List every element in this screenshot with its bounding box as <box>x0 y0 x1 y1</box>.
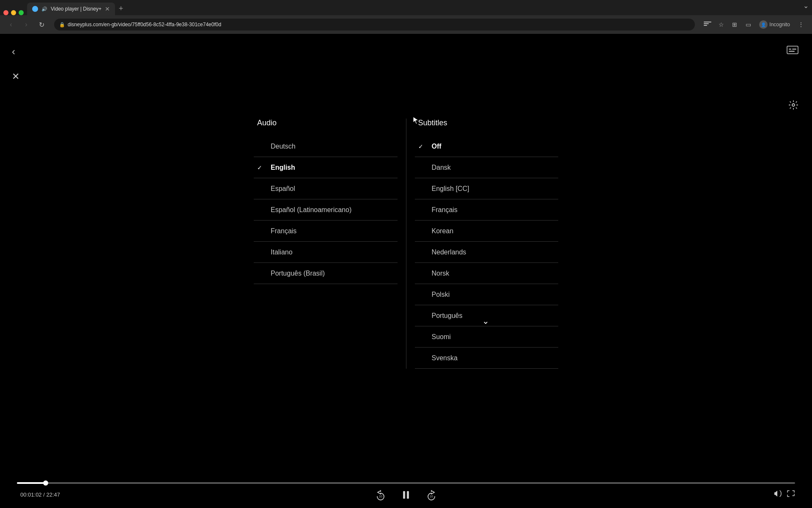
audio-item-label: Italiano <box>271 248 293 256</box>
audio-items-list: Deutsch ✓ English Español Español (Latin… <box>254 136 398 284</box>
check-icon: ✓ <box>418 143 427 150</box>
progress-fill <box>17 482 46 484</box>
close-window-button[interactable] <box>3 10 8 15</box>
svg-rect-9 <box>403 491 405 499</box>
current-time: 00:01:02 <box>20 491 42 498</box>
player-area: ‹ ✕ Audio Deutsch ✓ English <box>0 34 812 508</box>
toolbar: ‹ › ↻ 🔒 disneyplus.com/en-gb/video/75ff0… <box>0 15 812 34</box>
incognito-button[interactable]: 👤 Incognito <box>756 19 793 30</box>
expand-tabs-button[interactable]: ⌄ <box>803 2 809 10</box>
subtitle-item-dansk[interactable]: Dansk <box>415 157 559 178</box>
subtitle-item-korean[interactable]: Korean <box>415 221 559 242</box>
time-display: 00:01:02 / 22:47 <box>20 491 60 498</box>
url-display: disneyplus.com/en-gb/video/75ff0d56-8c52… <box>68 22 690 28</box>
subtitle-item-off[interactable]: ✓ Off <box>415 136 559 157</box>
tab-bar: 🔊 Video player | Disney+ ✕ + ⌄ <box>0 0 812 15</box>
subtitle-item-polski[interactable]: Polski <box>415 284 559 305</box>
window-controls <box>3 10 24 15</box>
subtitle-item-label: Off <box>432 143 442 150</box>
settings-button[interactable] <box>788 100 798 113</box>
new-tab-button[interactable]: + <box>115 3 127 14</box>
svg-rect-2 <box>704 25 707 26</box>
rewind-button[interactable]: 10 <box>373 487 388 502</box>
progress-handle[interactable] <box>43 480 48 486</box>
incognito-icon: 👤 <box>759 20 768 29</box>
audio-item-label: Español (Latinoamericano) <box>271 206 351 214</box>
audio-item-label: English <box>271 164 295 171</box>
audio-item-label: Português (Brasil) <box>271 270 325 277</box>
subtitle-item-label: Português <box>432 312 463 320</box>
tab-audio-icon: 🔊 <box>41 6 47 12</box>
subtitle-items-list: ✓ Off Dansk English [CC] Français Korean… <box>415 136 559 369</box>
subtitle-item-label: Nederlands <box>432 248 466 256</box>
toolbar-right-icons: ☆ ⊞ ▭ 👤 Incognito ⋮ <box>702 19 807 30</box>
volume-button[interactable] <box>774 490 783 500</box>
maximize-window-button[interactable] <box>19 10 24 15</box>
svg-rect-1 <box>704 23 709 24</box>
audio-item-francais[interactable]: Français <box>254 221 398 242</box>
subtitle-item-nederlands[interactable]: Nederlands <box>415 242 559 263</box>
reload-button[interactable]: ↻ <box>36 19 47 30</box>
address-bar[interactable]: 🔒 disneyplus.com/en-gb/video/75ff0d56-8c… <box>54 19 695 30</box>
active-tab[interactable]: 🔊 Video player | Disney+ ✕ <box>27 3 115 15</box>
controls-row: 00:01:02 / 22:47 10 <box>17 490 795 500</box>
subtitle-item-label: Norsk <box>432 270 450 277</box>
back-button[interactable]: ‹ <box>12 46 15 58</box>
audio-item-italiano[interactable]: Italiano <box>254 242 398 263</box>
browser-chrome: 🔊 Video player | Disney+ ✕ + ⌄ ‹ › ↻ 🔒 d… <box>0 0 812 34</box>
cast-icon[interactable] <box>702 19 713 30</box>
lock-icon: 🔒 <box>59 22 65 28</box>
subtitle-item-label: Svenska <box>432 354 458 362</box>
minimize-window-button[interactable] <box>11 10 16 15</box>
progress-bar[interactable] <box>17 482 795 484</box>
player-controls: 00:01:02 / 22:47 10 <box>0 482 812 508</box>
audio-item-label: Français <box>271 227 296 235</box>
subtitle-item-svenska[interactable]: Svenska <box>415 348 559 369</box>
scroll-down-button[interactable]: ⌄ <box>482 316 489 326</box>
audio-subtitles-panel: Audio Deutsch ✓ English Español Español … <box>245 119 567 369</box>
controls-center: 10 10 <box>373 487 439 502</box>
back-nav-button[interactable]: ‹ <box>5 19 17 30</box>
menu-button[interactable]: ⋮ <box>795 19 807 30</box>
audio-item-espanol-lat[interactable]: Español (Latinoamericano) <box>254 199 398 221</box>
tab-close-button[interactable]: ✕ <box>105 6 110 12</box>
incognito-label: Incognito <box>769 22 790 28</box>
subtitles-section: Subtitles ✓ Off Dansk English [CC] Franç… <box>406 119 567 369</box>
forward-button[interactable]: 10 <box>424 487 439 502</box>
controls-right <box>774 490 795 500</box>
audio-item-deutsch[interactable]: Deutsch <box>254 136 398 157</box>
extensions-icon[interactable]: ⊞ <box>729 19 741 30</box>
svg-rect-10 <box>407 491 409 499</box>
subtitle-item-label: Dansk <box>432 164 451 171</box>
subtitles-icon-button[interactable] <box>787 46 798 56</box>
total-time: 22:47 <box>46 491 60 498</box>
svg-text:10: 10 <box>430 495 433 498</box>
fullscreen-button[interactable] <box>787 490 795 500</box>
pause-button[interactable] <box>398 487 414 502</box>
tab-favicon-icon <box>32 6 38 12</box>
bookmark-icon[interactable]: ☆ <box>715 19 727 30</box>
svg-text:10: 10 <box>379 495 382 498</box>
subtitle-item-english-cc[interactable]: English [CC] <box>415 178 559 199</box>
side-panel-icon[interactable]: ▭ <box>742 19 754 30</box>
subtitle-item-francais[interactable]: Français <box>415 199 559 221</box>
subtitle-item-suomi[interactable]: Suomi <box>415 326 559 348</box>
svg-rect-0 <box>704 22 711 22</box>
audio-item-portugues[interactable]: Português (Brasil) <box>254 263 398 284</box>
time-separator: / <box>42 491 47 498</box>
subtitles-section-title: Subtitles <box>415 119 559 127</box>
controls-left: 00:01:02 / 22:47 <box>17 491 60 498</box>
audio-item-label: Español <box>271 185 295 193</box>
svg-point-7 <box>792 104 795 106</box>
close-button[interactable]: ✕ <box>12 71 19 82</box>
subtitle-item-norsk[interactable]: Norsk <box>415 263 559 284</box>
svg-rect-6 <box>789 51 795 52</box>
svg-rect-3 <box>787 46 798 54</box>
audio-item-espanol[interactable]: Español <box>254 178 398 199</box>
forward-nav-button[interactable]: › <box>20 19 32 30</box>
audio-item-label: Deutsch <box>271 143 296 150</box>
svg-rect-5 <box>792 49 796 50</box>
audio-section-title: Audio <box>254 119 398 127</box>
audio-item-english[interactable]: ✓ English <box>254 157 398 178</box>
subtitle-item-label: Korean <box>432 227 454 235</box>
